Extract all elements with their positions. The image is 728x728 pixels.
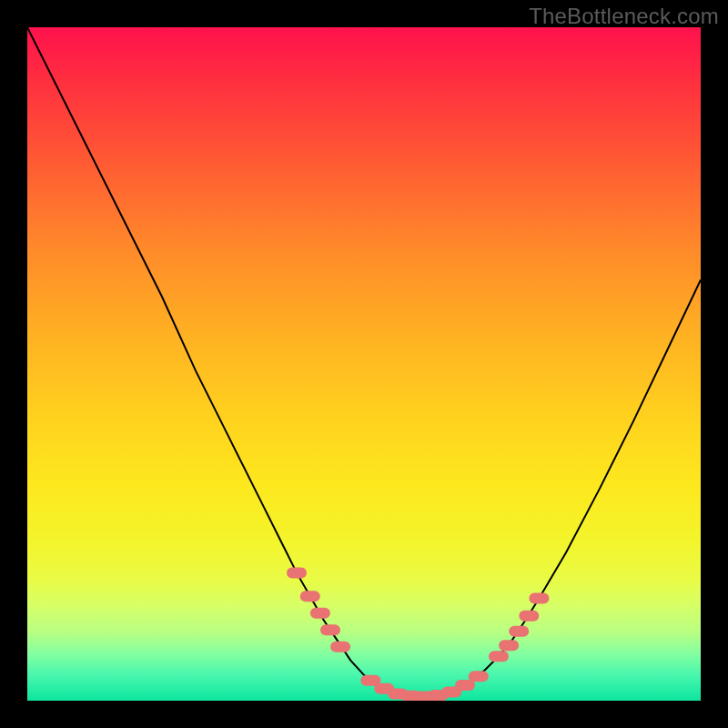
curve-marker [519,611,539,622]
curve-marker [287,567,307,578]
curve-marker [469,671,489,682]
curve-marker [489,651,509,662]
bottleneck-curve [27,27,701,697]
curve-marker [310,608,330,619]
curve-marker [509,626,529,637]
curve-marker [529,593,549,604]
curve-marker [330,642,350,652]
chart-frame: TheBottleneck.com [0,0,728,728]
curve-marker [300,591,320,602]
chart-svg [27,27,701,701]
curve-marker [320,624,340,635]
watermark-text: TheBottleneck.com [529,4,719,29]
markers-group [287,567,549,701]
curve-marker [499,640,519,651]
plot-area [27,27,701,701]
